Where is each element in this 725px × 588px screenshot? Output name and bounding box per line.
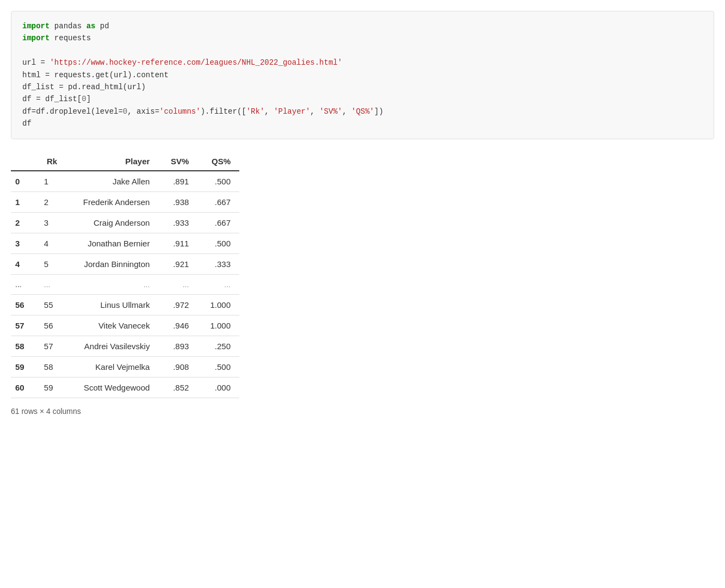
cell-index: 4 <box>11 253 35 274</box>
cell-qs: .667 <box>197 212 239 233</box>
cell-index: 59 <box>11 356 35 377</box>
cell-sv: .911 <box>158 233 197 253</box>
table-row: 0 1 Jake Allen .891 .500 <box>11 171 239 192</box>
cell-sv: .921 <box>158 253 197 274</box>
cell-index: 0 <box>11 171 35 192</box>
cell-rk: 59 <box>35 377 66 398</box>
cell-player: Scott Wedgewood <box>66 377 158 398</box>
table-row: 59 58 Karel Vejmelka .908 .500 <box>11 356 239 377</box>
cell-rk: 5 <box>35 253 66 274</box>
data-table: Rk Player SV% QS% 0 1 Jake Allen .891 .5… <box>11 152 239 398</box>
table-row: 58 57 Andrei Vasilevskiy .893 .250 <box>11 336 239 356</box>
col-header-qs: QS% <box>197 152 239 171</box>
cell-qs: .667 <box>197 191 239 212</box>
col-header-player: Player <box>66 152 158 171</box>
table-row: 4 5 Jordan Binnington .921 .333 <box>11 253 239 274</box>
cell-index: 2 <box>11 212 35 233</box>
cell-player: Jake Allen <box>66 171 158 192</box>
cell-rk: 56 <box>35 315 66 336</box>
cell-index: 57 <box>11 315 35 336</box>
cell-rk: 2 <box>35 191 66 212</box>
cell-sv: .933 <box>158 212 197 233</box>
cell-qs: 1.000 <box>197 294 239 315</box>
cell-qs: .000 <box>197 377 239 398</box>
cell-player: Craig Anderson <box>66 212 158 233</box>
dataframe-shape: 61 rows × 4 columns <box>11 407 714 416</box>
cell-player: Vitek Vanecek <box>66 315 158 336</box>
cell-sv: .946 <box>158 315 197 336</box>
cell-player: Jordan Binnington <box>66 253 158 274</box>
table-row: 3 4 Jonathan Bernier .911 .500 <box>11 233 239 253</box>
cell-player: Karel Vejmelka <box>66 356 158 377</box>
cell-rk: 4 <box>35 233 66 253</box>
cell-rk: 55 <box>35 294 66 315</box>
table-row: 2 3 Craig Anderson .933 .667 <box>11 212 239 233</box>
cell-qs: .500 <box>197 233 239 253</box>
table-row: 57 56 Vitek Vanecek .946 1.000 <box>11 315 239 336</box>
cell-qs: .333 <box>197 253 239 274</box>
table-row: 1 2 Frederik Andersen .938 .667 <box>11 191 239 212</box>
cell-player: Jonathan Bernier <box>66 233 158 253</box>
cell-index: 3 <box>11 233 35 253</box>
cell-rk: 57 <box>35 336 66 356</box>
cell-index: 56 <box>11 294 35 315</box>
table-row: 56 55 Linus Ullmark .972 1.000 <box>11 294 239 315</box>
ellipsis-rk: ... <box>35 274 66 294</box>
cell-qs: .500 <box>197 356 239 377</box>
cell-sv: .938 <box>158 191 197 212</box>
cell-sv: .893 <box>158 336 197 356</box>
ellipsis-sv: ... <box>158 274 197 294</box>
cell-index: 58 <box>11 336 35 356</box>
cell-qs: .500 <box>197 171 239 192</box>
cell-rk: 3 <box>35 212 66 233</box>
ellipsis-index: ... <box>11 274 35 294</box>
cell-index: 60 <box>11 377 35 398</box>
cell-player: Frederik Andersen <box>66 191 158 212</box>
ellipsis-player: ... <box>66 274 158 294</box>
cell-sv: .908 <box>158 356 197 377</box>
ellipsis-qs: ... <box>197 274 239 294</box>
cell-sv: .891 <box>158 171 197 192</box>
col-header-rk: Rk <box>35 152 66 171</box>
cell-index: 1 <box>11 191 35 212</box>
cell-qs: .250 <box>197 336 239 356</box>
cell-player: Linus Ullmark <box>66 294 158 315</box>
col-header-sv: SV% <box>158 152 197 171</box>
cell-qs: 1.000 <box>197 315 239 336</box>
dataframe-output: Rk Player SV% QS% 0 1 Jake Allen .891 .5… <box>11 152 714 398</box>
cell-rk: 58 <box>35 356 66 377</box>
cell-sv: .972 <box>158 294 197 315</box>
cell-rk: 1 <box>35 171 66 192</box>
table-row-ellipsis: ... ... ... ... ... <box>11 274 239 294</box>
col-header-index <box>11 152 35 171</box>
cell-sv: .852 <box>158 377 197 398</box>
code-block: import pandas as pd import requests url … <box>11 11 714 139</box>
cell-player: Andrei Vasilevskiy <box>66 336 158 356</box>
table-row: 60 59 Scott Wedgewood .852 .000 <box>11 377 239 398</box>
code-cell: import pandas as pd import requests url … <box>11 11 714 139</box>
